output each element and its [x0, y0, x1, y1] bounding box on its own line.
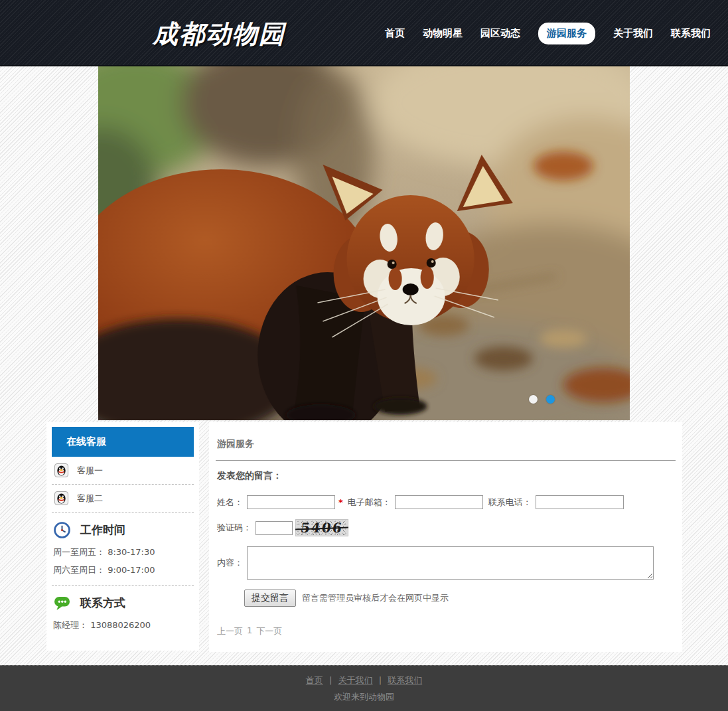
online-service-header: 在线客服: [52, 427, 194, 457]
captcha-input[interactable]: [255, 521, 293, 535]
sidebar: 在线客服 客服一: [46, 422, 199, 651]
name-label: 姓名：: [217, 497, 243, 509]
hours-weekend: 周六至周日： 9:00-17:00: [52, 562, 194, 580]
captcha-image[interactable]: 5406: [295, 519, 348, 536]
footer-welcome-text: 欢迎来到动物园: [0, 691, 728, 703]
hero-banner: [98, 66, 630, 420]
contact-title-row: 联系方式: [52, 588, 194, 617]
content-area: 在线客服 客服一: [46, 422, 728, 652]
agent-label: 客服二: [77, 493, 103, 505]
carousel-dot-2[interactable]: [546, 395, 555, 404]
footer-link-home[interactable]: 首页: [306, 675, 323, 685]
name-input[interactable]: [247, 495, 335, 509]
working-hours-section: 工作时间 周一至周五： 8:30-17:30 周六至周日： 9:00-17:00: [52, 513, 194, 586]
clock-icon: [53, 521, 71, 539]
site-footer: 首页 | 关于我们 | 联系我们 欢迎来到动物园: [0, 665, 728, 711]
form-row-identity: 姓名： * 电子邮箱： 联系电话：: [217, 495, 674, 509]
qq-penguin-icon: [54, 491, 68, 505]
footer-separator: |: [379, 675, 382, 685]
captcha-label: 验证码：: [217, 522, 252, 534]
contact-section: 联系方式 陈经理： 13088026200: [52, 586, 194, 640]
form-row-content: 内容：: [217, 546, 674, 580]
footer-link-contact[interactable]: 联系我们: [388, 675, 422, 685]
carousel-dots: [529, 395, 555, 404]
form-heading: 发表您的留言：: [217, 470, 674, 482]
carousel-dot-1[interactable]: [529, 395, 538, 404]
site-logo: 成都动物园: [153, 17, 285, 51]
title-divider: [216, 460, 676, 461]
form-row-captcha: 验证码： 5406: [217, 519, 674, 536]
page-title: 游园服务: [217, 438, 674, 450]
content-textarea[interactable]: [247, 546, 654, 580]
contact-title: 联系方式: [80, 595, 125, 611]
pagination: 上一页 1 下一页: [217, 625, 674, 637]
nav-item-about-us[interactable]: 关于我们: [613, 27, 653, 40]
phone-label: 联系电话：: [488, 497, 532, 509]
email-input[interactable]: [395, 495, 483, 509]
working-hours-title-row: 工作时间: [52, 515, 194, 544]
agent-label: 客服一: [77, 465, 103, 477]
site-header: 成都动物园 首页 动物明星 园区动态 游园服务 关于我们 联系我们: [0, 0, 728, 66]
footer-separator: |: [329, 675, 332, 685]
qq-penguin-icon: [54, 463, 68, 477]
nav-item-animal-stars[interactable]: 动物明星: [423, 27, 463, 40]
chat-bubble-icon: [53, 594, 71, 612]
content-label: 内容：: [217, 557, 243, 569]
nav-item-contact-us[interactable]: 联系我们: [671, 27, 711, 40]
page: 成都动物园 首页 动物明星 园区动态 游园服务 关于我们 联系我们: [0, 0, 728, 711]
email-label: 电子邮箱：: [348, 497, 391, 509]
nav-item-home[interactable]: 首页: [385, 27, 405, 40]
form-row-submit: 提交留言 留言需管理员审核后才会在网页中显示: [244, 590, 674, 607]
nav-item-park-news[interactable]: 园区动态: [480, 27, 520, 40]
pagination-next[interactable]: 下一页: [256, 625, 282, 637]
contact-phone: 陈经理： 13088026200: [52, 617, 194, 635]
qq-agent-1[interactable]: 客服一: [52, 457, 194, 485]
pagination-prev[interactable]: 上一页: [217, 625, 243, 637]
phone-input[interactable]: [536, 495, 624, 509]
pagination-current-page: 1: [247, 625, 252, 637]
nav-item-visit-services[interactable]: 游园服务: [538, 23, 595, 44]
main-nav: 首页 动物明星 园区动态 游园服务 关于我们 联系我们: [385, 0, 711, 66]
red-panda-photo: [98, 66, 630, 420]
submit-button[interactable]: 提交留言: [244, 590, 296, 607]
hours-weekday: 周一至周五： 8:30-17:30: [52, 544, 194, 562]
working-hours-title: 工作时间: [80, 522, 125, 538]
qq-agent-2[interactable]: 客服二: [52, 485, 194, 513]
submit-note: 留言需管理员审核后才会在网页中显示: [302, 592, 449, 604]
main-panel: 游园服务 发表您的留言： 姓名： * 电子邮箱： 联系电话： 验证码： 5406: [209, 422, 682, 652]
footer-links: 首页 | 关于我们 | 联系我们: [0, 674, 728, 686]
footer-link-about[interactable]: 关于我们: [338, 675, 373, 685]
required-mark: *: [338, 497, 343, 507]
